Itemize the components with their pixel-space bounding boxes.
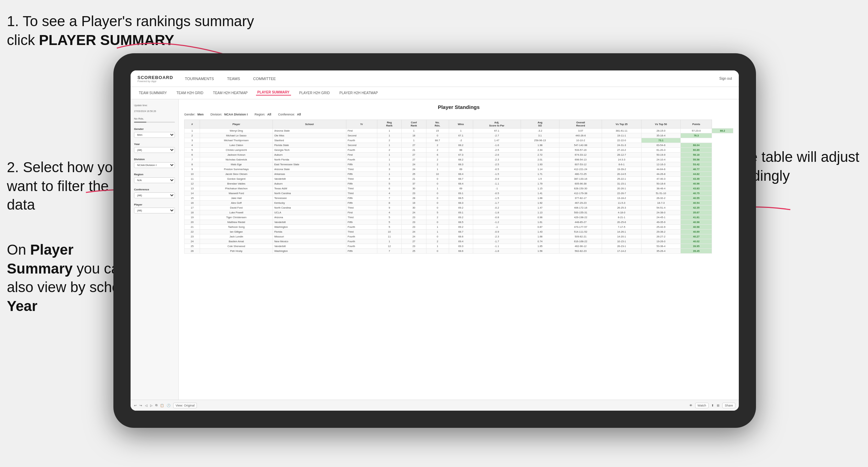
- annotation-bottom-bold2: Year: [7, 298, 37, 314]
- col-points: Points: [681, 120, 712, 129]
- col-adj-score: Adj.Score to Par: [473, 120, 521, 129]
- nav-right: Sign out: [719, 77, 732, 80]
- filter-division: Division: NCAA Division I: [211, 113, 248, 116]
- subnav-team-h2h-grid[interactable]: TEAM H2H GRID: [175, 91, 205, 95]
- sub-nav: TEAM SUMMARY TEAM H2H GRID TEAM H2H HEAT…: [131, 87, 739, 99]
- table-row: 8Mats EgeEast Tennessee StateFifth124268…: [185, 162, 733, 167]
- nav-tournaments[interactable]: TOURNAMENTS: [183, 77, 215, 81]
- col-player: Player: [200, 120, 273, 129]
- table-title: Player Standings: [184, 104, 733, 110]
- toolbar-eye-icon: 👁: [689, 404, 692, 407]
- sidebar-region: Region N/A: [134, 173, 175, 183]
- table-row: 1Wenyi DingArizona StateFirst1115167.1-3…: [185, 129, 733, 133]
- col-avg-sg: AvgSG: [521, 120, 559, 129]
- sidebar-gender-select[interactable]: Men: [134, 132, 175, 138]
- sidebar: Update time: 27/03/2024 16:56:26 No Rds.…: [131, 99, 179, 400]
- sidebar-division: Division NCAA Division I: [134, 158, 175, 168]
- sidebar-norounds: No Rds.: [134, 117, 175, 123]
- sidebar-gender-label: Gender: [134, 127, 175, 131]
- main-content: Update time: 27/03/2024 16:56:26 No Rds.…: [131, 99, 739, 400]
- col-wins: Wins: [449, 120, 473, 129]
- data-table: # Player School Yr RegRank ConfRank No.R…: [184, 120, 733, 254]
- annotation-step2: 2. Select how you want to filter the dat…: [7, 158, 131, 214]
- table-row: 7Nicholas GabrelcikNorth FloridaFourth12…: [185, 157, 733, 162]
- nav-teams[interactable]: TEAMS: [226, 77, 242, 81]
- logo-text: SCOREBOARD: [137, 75, 173, 80]
- col-no-rds: No.Rds.: [426, 120, 449, 129]
- table-row: 26Petr HrubyWashingtonFifth725068.6-1.81…: [185, 249, 733, 254]
- sidebar-norounds-slider[interactable]: [134, 122, 175, 123]
- sidebar-update-label: Update time:: [134, 104, 175, 107]
- table-row: 14Maxwell FordNorth CarolinaThird423069.…: [185, 191, 733, 196]
- sidebar-conference-select[interactable]: (All): [134, 192, 175, 198]
- sidebar-gender: Gender Men: [134, 127, 175, 138]
- table-row: 21Taehoon SongWashingtonFourth523169.2-1…: [185, 225, 733, 230]
- toolbar-redo[interactable]: ↪: [140, 404, 142, 407]
- table-row: 9Preston SummerhaysArizona StateThird324…: [185, 167, 733, 172]
- filter-conference: Conference: All: [278, 113, 301, 116]
- sidebar-norounds-label: No Rds.: [134, 117, 175, 120]
- table-area: Player Standings Gender: Men Division: N…: [179, 99, 739, 400]
- subnav-player-h2h-heatmap[interactable]: PLAYER H2H HEATMAP: [338, 91, 379, 95]
- filter-region: Region: All: [255, 113, 271, 116]
- table-row: 10Jacob Skov OlesenArkansasFifth1251068.…: [185, 172, 733, 177]
- toolbar-grid-icon: ⊞: [717, 404, 720, 407]
- table-row: 20Matthew RiedelVanderbiltFifth523068.5-…: [185, 220, 733, 225]
- sidebar-player: Player (All): [134, 203, 175, 213]
- table-row: 17David FordNorth CarolinaThird930069.2-…: [185, 205, 733, 210]
- col-school: School: [273, 120, 346, 129]
- col-conf-rank: ConfRank: [402, 120, 426, 129]
- logo-area: SCOREBOARD Powered by clippi: [137, 75, 173, 82]
- col-vs-top25: Vs Top 25: [602, 120, 642, 129]
- sidebar-update-section: Update time: 27/03/2024 16:56:26: [134, 104, 175, 112]
- toolbar-undo[interactable]: ↩: [134, 404, 137, 407]
- subnav-player-h2h-grid[interactable]: PLAYER H2H GRID: [298, 91, 331, 95]
- nav-sign-out[interactable]: Sign out: [719, 77, 732, 80]
- toolbar-clock[interactable]: 🕐: [167, 404, 170, 407]
- nav-bar: SCOREBOARD Powered by clippi TOURNAMENTS…: [131, 70, 739, 87]
- table-row: 16Alex GoffKentuckyFifth819068.3-1.71.92…: [185, 201, 733, 205]
- table-row: 15Jake HallTennesseeFifth728068.5-1.51.6…: [185, 196, 733, 201]
- table-row: 19Tiger ChristensenArizonaThird523269.2-…: [185, 215, 733, 220]
- table-row: 25Cole SherwoodVanderbiltFourth1223169.3…: [185, 244, 733, 249]
- table-row: 24Bastien AmatNew MexicoFourth127269.4-1…: [185, 239, 733, 244]
- annotation-step1: 1. To see a Player's rankings summary cl…: [7, 12, 268, 49]
- filter-gender: Gender: Men: [184, 113, 204, 116]
- table-row: 5Christo LamprechtGeorgia TechFourth2212…: [185, 148, 733, 153]
- filters-row: Gender: Men Division: NCAA Division I Re…: [184, 113, 733, 116]
- toolbar-forward[interactable]: ▷: [150, 404, 153, 407]
- subnav-player-summary[interactable]: PLAYER SUMMARY: [256, 90, 291, 96]
- nav-committee[interactable]: COMMITTEE: [252, 77, 277, 81]
- toolbar-view-btn[interactable]: View: Original: [173, 403, 197, 408]
- sidebar-conference: Conference (All): [134, 188, 175, 198]
- toolbar-watch-btn[interactable]: Watch: [695, 403, 709, 408]
- table-row: 12Brendan ValdesAuburnFifth537068.4-1.11…: [185, 181, 733, 186]
- table-row: 3Michael ThorbjornsenStanfordFourth2188.…: [185, 138, 733, 143]
- toolbar-share-btn[interactable]: Share: [722, 403, 735, 408]
- sidebar-player-label: Player: [134, 203, 175, 206]
- table-row: 23Jack LundinMissouriFourth1124068.6-2.3…: [185, 234, 733, 239]
- toolbar-paste[interactable]: 📋: [160, 404, 164, 407]
- col-vs-top50: Vs Top 50: [641, 120, 681, 129]
- annotation-step1-bold: PLAYER SUMMARY: [39, 32, 174, 48]
- sidebar-conference-label: Conference: [134, 188, 175, 191]
- toolbar-copy[interactable]: ⧉: [155, 403, 157, 407]
- table-row: 11Gordon SargentVanderbiltThird421068.7-…: [185, 177, 733, 181]
- table-row: 4Luke ClatonFlorida StateSecond127268.2-…: [185, 143, 733, 148]
- sidebar-region-select[interactable]: N/A: [134, 177, 175, 183]
- sidebar-division-label: Division: [134, 158, 175, 161]
- tablet-device: SCOREBOARD Powered by clippi TOURNAMENTS…: [113, 53, 756, 428]
- table-row: 2Michael Le SassoOle MissSecond118067.1-…: [185, 133, 733, 138]
- sidebar-year: Year (All): [134, 143, 175, 153]
- table-row: 18Luke PowellUCLAFirst424569.1-1.81.1350…: [185, 210, 733, 215]
- subnav-team-h2h-heatmap[interactable]: TEAM H2H HEATMAP: [212, 91, 249, 95]
- sidebar-year-label: Year: [134, 143, 175, 146]
- sidebar-player-select[interactable]: (All): [134, 208, 175, 213]
- sidebar-division-select[interactable]: NCAA Division I: [134, 162, 175, 168]
- tablet-screen: SCOREBOARD Powered by clippi TOURNAMENTS…: [131, 70, 739, 411]
- toolbar-back[interactable]: ◁: [145, 404, 147, 407]
- subnav-team-summary[interactable]: TEAM SUMMARY: [137, 91, 168, 95]
- sidebar-year-select[interactable]: (All): [134, 147, 175, 153]
- col-reg-rank: RegRank: [377, 120, 401, 129]
- nav-items: TOURNAMENTS TEAMS COMMITTEE: [183, 77, 719, 81]
